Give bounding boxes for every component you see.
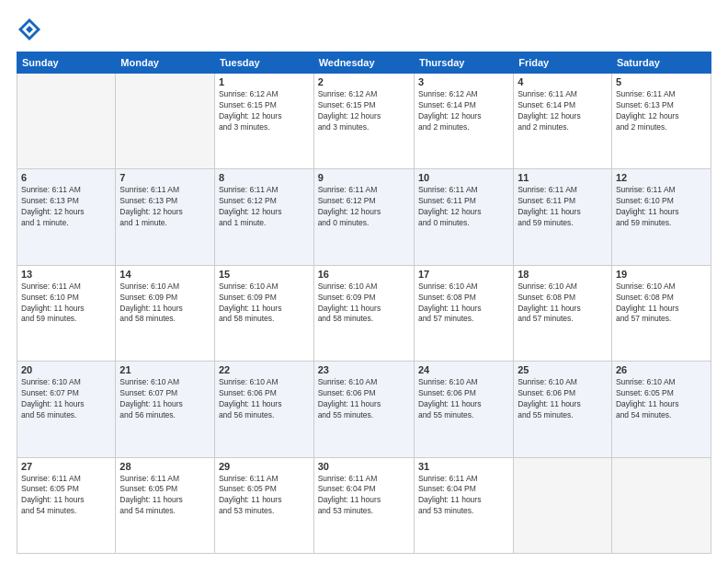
day-info: Sunrise: 6:10 AM Sunset: 6:08 PM Dayligh… bbox=[518, 282, 608, 326]
day-number: 6 bbox=[21, 172, 111, 183]
day-info: Sunrise: 6:11 AM Sunset: 6:13 PM Dayligh… bbox=[119, 185, 210, 229]
weekday-header-tuesday: Tuesday bbox=[214, 52, 313, 74]
day-number: 23 bbox=[318, 364, 410, 375]
calendar-cell: 18Sunrise: 6:10 AM Sunset: 6:08 PM Dayli… bbox=[514, 265, 612, 361]
day-number: 13 bbox=[21, 269, 111, 280]
day-number: 14 bbox=[119, 269, 210, 280]
day-number: 8 bbox=[219, 172, 310, 183]
calendar-cell: 30Sunrise: 6:11 AM Sunset: 6:04 PM Dayli… bbox=[313, 457, 414, 553]
day-number: 31 bbox=[418, 461, 509, 472]
weekday-header-monday: Monday bbox=[116, 52, 215, 74]
day-info: Sunrise: 6:12 AM Sunset: 6:14 PM Dayligh… bbox=[418, 89, 509, 133]
calendar-cell: 4Sunrise: 6:11 AM Sunset: 6:14 PM Daylig… bbox=[514, 74, 612, 169]
calendar-cell: 5Sunrise: 6:11 AM Sunset: 6:13 PM Daylig… bbox=[611, 74, 711, 169]
day-info: Sunrise: 6:11 AM Sunset: 6:04 PM Dayligh… bbox=[418, 474, 509, 518]
day-number: 26 bbox=[616, 364, 707, 375]
day-number: 18 bbox=[518, 269, 608, 280]
day-number: 25 bbox=[518, 364, 608, 375]
day-number: 1 bbox=[219, 76, 310, 87]
calendar-cell: 11Sunrise: 6:11 AM Sunset: 6:11 PM Dayli… bbox=[514, 169, 612, 265]
calendar-cell: 9Sunrise: 6:11 AM Sunset: 6:12 PM Daylig… bbox=[313, 169, 414, 265]
day-info: Sunrise: 6:10 AM Sunset: 6:09 PM Dayligh… bbox=[219, 282, 310, 326]
day-number: 22 bbox=[219, 364, 310, 375]
weekday-header-thursday: Thursday bbox=[414, 52, 513, 74]
day-number: 5 bbox=[616, 76, 707, 87]
day-number: 29 bbox=[219, 461, 310, 472]
day-number: 3 bbox=[418, 76, 509, 87]
day-info: Sunrise: 6:10 AM Sunset: 6:06 PM Dayligh… bbox=[318, 377, 410, 421]
day-info: Sunrise: 6:10 AM Sunset: 6:08 PM Dayligh… bbox=[418, 282, 509, 326]
calendar-cell: 20Sunrise: 6:10 AM Sunset: 6:07 PM Dayli… bbox=[17, 362, 116, 457]
calendar-cell: 24Sunrise: 6:10 AM Sunset: 6:06 PM Dayli… bbox=[414, 362, 513, 457]
weekday-header-saturday: Saturday bbox=[611, 52, 711, 74]
calendar-cell: 3Sunrise: 6:12 AM Sunset: 6:14 PM Daylig… bbox=[414, 74, 513, 169]
day-info: Sunrise: 6:10 AM Sunset: 6:06 PM Dayligh… bbox=[219, 377, 310, 421]
day-info: Sunrise: 6:11 AM Sunset: 6:05 PM Dayligh… bbox=[219, 474, 310, 518]
weekday-header-sunday: Sunday bbox=[17, 52, 116, 74]
day-number: 21 bbox=[119, 364, 210, 375]
logo bbox=[17, 17, 46, 42]
calendar-cell: 22Sunrise: 6:10 AM Sunset: 6:06 PM Dayli… bbox=[214, 362, 313, 457]
day-info: Sunrise: 6:11 AM Sunset: 6:10 PM Dayligh… bbox=[616, 185, 707, 229]
calendar-cell: 15Sunrise: 6:10 AM Sunset: 6:09 PM Dayli… bbox=[214, 265, 313, 361]
day-info: Sunrise: 6:10 AM Sunset: 6:09 PM Dayligh… bbox=[119, 282, 210, 326]
calendar-cell bbox=[17, 74, 116, 169]
day-number: 11 bbox=[518, 172, 608, 183]
calendar-cell bbox=[116, 74, 215, 169]
day-info: Sunrise: 6:11 AM Sunset: 6:10 PM Dayligh… bbox=[21, 282, 111, 326]
calendar-cell: 13Sunrise: 6:11 AM Sunset: 6:10 PM Dayli… bbox=[17, 265, 116, 361]
calendar-cell: 19Sunrise: 6:10 AM Sunset: 6:08 PM Dayli… bbox=[611, 265, 711, 361]
calendar-cell: 14Sunrise: 6:10 AM Sunset: 6:09 PM Dayli… bbox=[116, 265, 215, 361]
day-info: Sunrise: 6:11 AM Sunset: 6:14 PM Dayligh… bbox=[518, 89, 608, 133]
calendar-cell: 21Sunrise: 6:10 AM Sunset: 6:07 PM Dayli… bbox=[116, 362, 215, 457]
calendar-cell bbox=[514, 457, 612, 553]
calendar-cell: 8Sunrise: 6:11 AM Sunset: 6:12 PM Daylig… bbox=[214, 169, 313, 265]
calendar-week-row: 27Sunrise: 6:11 AM Sunset: 6:05 PM Dayli… bbox=[17, 457, 711, 553]
day-number: 28 bbox=[119, 461, 210, 472]
day-number: 4 bbox=[518, 76, 608, 87]
day-number: 12 bbox=[616, 172, 707, 183]
header bbox=[17, 17, 711, 42]
day-number: 20 bbox=[21, 364, 111, 375]
calendar-cell: 28Sunrise: 6:11 AM Sunset: 6:05 PM Dayli… bbox=[116, 457, 215, 553]
day-number: 2 bbox=[318, 76, 410, 87]
day-number: 15 bbox=[219, 269, 310, 280]
calendar-cell: 27Sunrise: 6:11 AM Sunset: 6:05 PM Dayli… bbox=[17, 457, 116, 553]
day-number: 16 bbox=[318, 269, 410, 280]
page: SundayMondayTuesdayWednesdayThursdayFrid… bbox=[0, 0, 728, 563]
calendar-cell bbox=[611, 457, 711, 553]
calendar-cell: 12Sunrise: 6:11 AM Sunset: 6:10 PM Dayli… bbox=[611, 169, 711, 265]
calendar-week-row: 1Sunrise: 6:12 AM Sunset: 6:15 PM Daylig… bbox=[17, 74, 711, 169]
calendar-week-row: 20Sunrise: 6:10 AM Sunset: 6:07 PM Dayli… bbox=[17, 362, 711, 457]
day-info: Sunrise: 6:10 AM Sunset: 6:07 PM Dayligh… bbox=[21, 377, 111, 421]
day-info: Sunrise: 6:10 AM Sunset: 6:06 PM Dayligh… bbox=[518, 377, 608, 421]
calendar-cell: 31Sunrise: 6:11 AM Sunset: 6:04 PM Dayli… bbox=[414, 457, 513, 553]
day-info: Sunrise: 6:10 AM Sunset: 6:07 PM Dayligh… bbox=[119, 377, 210, 421]
calendar-cell: 23Sunrise: 6:10 AM Sunset: 6:06 PM Dayli… bbox=[313, 362, 414, 457]
weekday-header-row: SundayMondayTuesdayWednesdayThursdayFrid… bbox=[17, 52, 711, 74]
day-info: Sunrise: 6:10 AM Sunset: 6:08 PM Dayligh… bbox=[616, 282, 707, 326]
day-info: Sunrise: 6:10 AM Sunset: 6:06 PM Dayligh… bbox=[418, 377, 509, 421]
day-number: 7 bbox=[119, 172, 210, 183]
day-info: Sunrise: 6:11 AM Sunset: 6:11 PM Dayligh… bbox=[518, 185, 608, 229]
day-info: Sunrise: 6:11 AM Sunset: 6:12 PM Dayligh… bbox=[219, 185, 310, 229]
calendar-cell: 1Sunrise: 6:12 AM Sunset: 6:15 PM Daylig… bbox=[214, 74, 313, 169]
weekday-header-wednesday: Wednesday bbox=[313, 52, 414, 74]
calendar-cell: 29Sunrise: 6:11 AM Sunset: 6:05 PM Dayli… bbox=[214, 457, 313, 553]
calendar-cell: 25Sunrise: 6:10 AM Sunset: 6:06 PM Dayli… bbox=[514, 362, 612, 457]
day-info: Sunrise: 6:12 AM Sunset: 6:15 PM Dayligh… bbox=[219, 89, 310, 133]
day-info: Sunrise: 6:11 AM Sunset: 6:05 PM Dayligh… bbox=[119, 474, 210, 518]
day-info: Sunrise: 6:12 AM Sunset: 6:15 PM Dayligh… bbox=[318, 89, 410, 133]
day-number: 17 bbox=[418, 269, 509, 280]
calendar-cell: 16Sunrise: 6:10 AM Sunset: 6:09 PM Dayli… bbox=[313, 265, 414, 361]
day-number: 30 bbox=[318, 461, 410, 472]
calendar-cell: 6Sunrise: 6:11 AM Sunset: 6:13 PM Daylig… bbox=[17, 169, 116, 265]
calendar-cell: 26Sunrise: 6:10 AM Sunset: 6:05 PM Dayli… bbox=[611, 362, 711, 457]
calendar-cell: 17Sunrise: 6:10 AM Sunset: 6:08 PM Dayli… bbox=[414, 265, 513, 361]
day-info: Sunrise: 6:10 AM Sunset: 6:09 PM Dayligh… bbox=[318, 282, 410, 326]
calendar-cell: 10Sunrise: 6:11 AM Sunset: 6:11 PM Dayli… bbox=[414, 169, 513, 265]
calendar-cell: 2Sunrise: 6:12 AM Sunset: 6:15 PM Daylig… bbox=[313, 74, 414, 169]
day-number: 27 bbox=[21, 461, 111, 472]
day-info: Sunrise: 6:10 AM Sunset: 6:05 PM Dayligh… bbox=[616, 377, 707, 421]
day-number: 24 bbox=[418, 364, 509, 375]
